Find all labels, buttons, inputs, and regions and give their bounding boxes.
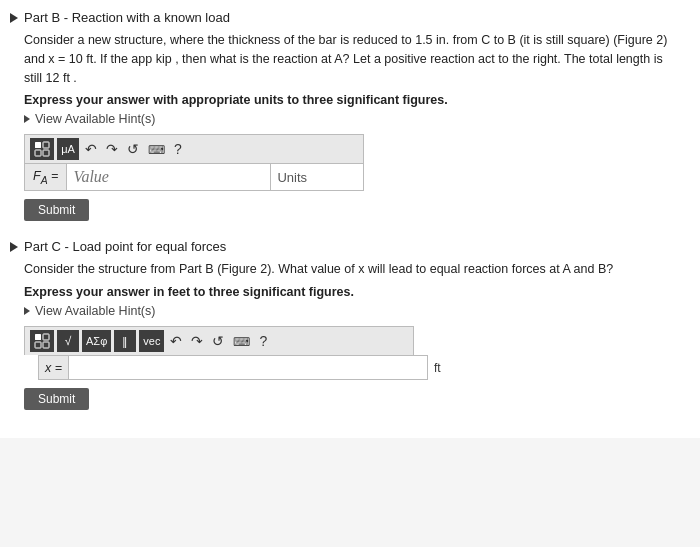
svg-rect-3 <box>43 150 49 156</box>
redo-button[interactable]: ↷ <box>103 140 121 158</box>
svg-rect-1 <box>43 142 49 148</box>
part-c-title-text: Load point for equal forces <box>72 239 226 254</box>
part-b-answer-label: FA = <box>25 164 67 190</box>
part-c-title: Part C - Load point for equal forces <box>24 239 226 254</box>
part-b-title-text: Reaction with a known load <box>72 10 230 25</box>
part-c-triangle <box>10 242 18 252</box>
part-c-hint[interactable]: View Available Hint(s) <box>24 304 684 318</box>
part-b-submit-label: Submit <box>38 203 75 217</box>
svg-rect-6 <box>35 342 41 348</box>
part-b-hint[interactable]: View Available Hint(s) <box>24 112 684 126</box>
redo-button-c[interactable]: ↷ <box>188 332 206 350</box>
undo-button-c[interactable]: ↶ <box>167 332 185 350</box>
keyboard-icon: ⌨ <box>148 143 165 157</box>
mu-alpha-label: μΑ <box>61 143 75 155</box>
svg-rect-2 <box>35 150 41 156</box>
part-b-triangle <box>10 13 18 23</box>
part-b-instruction-text: Express your answer with appropriate uni… <box>24 93 448 107</box>
keyboard-button-c[interactable]: ⌨ <box>230 332 253 350</box>
grid-icon-c <box>34 333 50 349</box>
part-b-toolbar: μΑ ↶ ↷ ↺ ⌨ ? <box>24 134 364 163</box>
part-c-dash: - <box>61 239 73 254</box>
part-b-submit[interactable]: Submit <box>24 199 89 221</box>
part-c-problem-text: Consider the structure from Part B (Figu… <box>24 260 684 279</box>
hint-c-triangle <box>24 307 30 315</box>
reset-button[interactable]: ↺ <box>124 140 142 158</box>
keyboard-button[interactable]: ⌨ <box>145 140 168 158</box>
part-b-section: Part B - Reaction with a known load Cons… <box>10 10 684 221</box>
pipe-label: ‖ <box>122 335 128 348</box>
x-label: x = <box>45 361 62 375</box>
grid-icon-button-c[interactable] <box>30 330 54 352</box>
reset-icon-c: ↺ <box>212 333 224 349</box>
phi-button[interactable]: ΑΣφ <box>82 330 111 352</box>
part-b-problem: Consider a new structure, where the thic… <box>24 33 667 85</box>
svg-rect-7 <box>43 342 49 348</box>
part-c-label: Part C <box>24 239 61 254</box>
part-c-value-input[interactable] <box>69 356 427 379</box>
units-label-b: Units <box>277 170 307 185</box>
fa-label: FA = <box>33 169 58 186</box>
help-button-b[interactable]: ? <box>171 140 185 158</box>
vec-button[interactable]: vec <box>139 330 164 352</box>
vec-label: vec <box>143 335 160 347</box>
part-c-answer-row: x = <box>38 355 428 380</box>
svg-rect-4 <box>35 334 41 340</box>
hint-b-label: View Available Hint(s) <box>35 112 155 126</box>
part-c-instruction: Express your answer in feet to three sig… <box>24 285 684 299</box>
phi-label: ΑΣφ <box>86 335 107 347</box>
part-c-answer-label: x = <box>39 356 69 379</box>
part-b-answer-row: FA = Units <box>24 163 364 191</box>
svg-rect-0 <box>35 142 41 148</box>
part-c-submit-label: Submit <box>38 392 75 406</box>
part-c-section: Part C - Load point for equal forces Con… <box>10 239 684 410</box>
root-icon: √ <box>65 334 72 348</box>
redo-icon: ↷ <box>106 141 118 157</box>
ft-label: ft <box>434 361 441 375</box>
hint-b-triangle <box>24 115 30 123</box>
part-c-submit[interactable]: Submit <box>24 388 89 410</box>
part-b-units-field[interactable]: Units <box>270 164 363 190</box>
part-b-dash: - <box>60 10 72 25</box>
svg-rect-5 <box>43 334 49 340</box>
part-c-problem: Consider the structure from Part B (Figu… <box>24 262 613 276</box>
help-icon-c: ? <box>259 333 267 349</box>
reset-icon: ↺ <box>127 141 139 157</box>
mu-alpha-button[interactable]: μΑ <box>57 138 79 160</box>
help-icon-b: ? <box>174 141 182 157</box>
redo-icon-c: ↷ <box>191 333 203 349</box>
help-button-c[interactable]: ? <box>256 332 270 350</box>
undo-button[interactable]: ↶ <box>82 140 100 158</box>
undo-icon-c: ↶ <box>170 333 182 349</box>
part-c-instruction-text: Express your answer in feet to three sig… <box>24 285 354 299</box>
part-b-instruction: Express your answer with appropriate uni… <box>24 93 684 107</box>
keyboard-icon-c: ⌨ <box>233 335 250 349</box>
pipe-button[interactable]: ‖ <box>114 330 136 352</box>
undo-icon: ↶ <box>85 141 97 157</box>
part-b-problem-text: Consider a new structure, where the thic… <box>24 31 684 87</box>
part-b-label: Part B <box>24 10 60 25</box>
part-b-value-input[interactable] <box>67 164 270 190</box>
part-c-units: ft <box>428 361 447 375</box>
part-b-title: Part B - Reaction with a known load <box>24 10 230 25</box>
grid-icon-button[interactable] <box>30 138 54 160</box>
root-button[interactable]: √ <box>57 330 79 352</box>
hint-c-label: View Available Hint(s) <box>35 304 155 318</box>
grid-icon <box>34 141 50 157</box>
reset-button-c[interactable]: ↺ <box>209 332 227 350</box>
part-c-toolbar: √ ΑΣφ ‖ vec ↶ ↷ ↺ ⌨ ? <box>24 326 414 355</box>
